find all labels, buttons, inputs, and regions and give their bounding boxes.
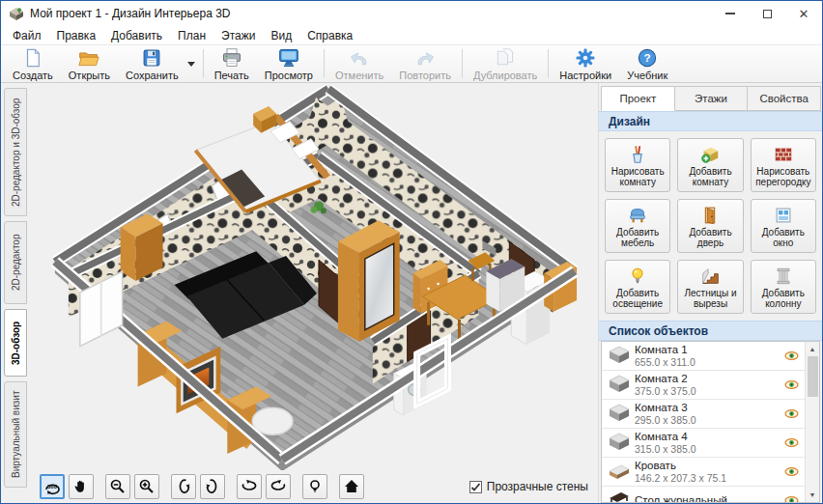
check-icon xyxy=(470,482,481,492)
object-list-scrollbar[interactable]: ▲ ▼ xyxy=(805,342,819,502)
object-dims: 375.0 x 375.0 xyxy=(635,386,780,398)
add-window-icon xyxy=(773,204,794,227)
eye-icon xyxy=(784,437,799,448)
scroll-up-arrow[interactable]: ▲ xyxy=(806,342,820,356)
visibility-eye-button[interactable] xyxy=(780,437,803,448)
room-icon xyxy=(608,373,635,398)
mirror-wardrobe[interactable] xyxy=(338,220,400,341)
pouf[interactable] xyxy=(252,407,293,434)
zoom-out-button[interactable] xyxy=(105,474,130,499)
rotate-360-icon: 360 xyxy=(43,478,61,495)
settings-button[interactable]: Настройки xyxy=(552,46,619,81)
object-dims: 655.0 x 311.0 xyxy=(635,357,780,369)
transparent-walls-toggle[interactable]: Прозрачные стены xyxy=(469,480,588,493)
tab-floors[interactable]: Этажи xyxy=(674,86,749,111)
object-row-room1[interactable]: Комната 1655.0 x 311.0 xyxy=(602,342,805,371)
pan-button[interactable] xyxy=(69,474,94,499)
close-button[interactable]: ✕ xyxy=(785,1,822,26)
preview-button[interactable]: Просмотр xyxy=(257,46,321,81)
duplicate-icon xyxy=(494,47,517,69)
tab-properties[interactable]: Свойства xyxy=(747,86,821,111)
menu-help[interactable]: Справка xyxy=(299,27,360,44)
visibility-eye-button[interactable] xyxy=(780,466,803,477)
save-dropdown-arrow[interactable] xyxy=(186,46,200,81)
tab-2d-editor[interactable]: 2D-редактор xyxy=(4,221,27,304)
menu-floors[interactable]: Этажи xyxy=(213,27,263,44)
object-name: Комната 2 xyxy=(635,373,780,386)
app-logo-icon xyxy=(9,6,24,21)
tab-2d-and-3d[interactable]: 2D-редактор и 3D-обзор xyxy=(4,88,27,216)
object-row-bed[interactable]: Кровать146.2 x 207.3 x 75.1 xyxy=(602,458,805,487)
add-column-icon xyxy=(773,265,794,288)
orbit-cw-icon xyxy=(270,478,287,495)
menu-add[interactable]: Добавить xyxy=(103,27,170,44)
object-row-coffee-table[interactable]: Стол журнальный xyxy=(602,487,805,502)
transparent-walls-checkbox[interactable] xyxy=(469,481,482,493)
menu-file[interactable]: Файл xyxy=(5,27,49,44)
visibility-eye-button[interactable] xyxy=(780,350,803,361)
rotate-ccw-button[interactable] xyxy=(171,474,196,499)
maximize-button[interactable] xyxy=(749,1,785,26)
object-row-room3[interactable]: Комната 3295.0 x 385.0 xyxy=(602,400,805,429)
home-icon xyxy=(343,478,360,495)
viewport-area: 360 xyxy=(30,83,598,503)
rotate-360-button[interactable]: 360 xyxy=(40,474,65,499)
zoom-in-button[interactable] xyxy=(134,474,159,499)
orbit-ccw-button[interactable] xyxy=(237,474,262,499)
save-floppy-icon xyxy=(141,47,162,69)
orbit-cw-button[interactable] xyxy=(266,474,291,499)
stairs-cutouts-button[interactable]: Лестницы и вырезы xyxy=(677,260,743,314)
visibility-eye-button[interactable] xyxy=(780,408,803,419)
undo-button[interactable]: Отменить xyxy=(327,46,391,81)
menu-plan[interactable]: План xyxy=(170,27,213,44)
menu-edit[interactable]: Правка xyxy=(49,27,104,44)
3d-viewport[interactable] xyxy=(30,83,598,470)
undo-icon xyxy=(348,47,371,69)
add-door-button[interactable]: Добавить дверь xyxy=(677,199,743,253)
add-furniture-button[interactable]: Добавить мебель xyxy=(605,199,670,253)
visibility-eye-button[interactable] xyxy=(780,495,803,502)
close-icon: ✕ xyxy=(799,8,809,20)
design-section-header: Дизайн xyxy=(599,111,822,131)
tab-project[interactable]: Проект xyxy=(601,86,675,111)
tutorial-button[interactable]: ? Учебник xyxy=(619,46,675,81)
menu-view[interactable]: Вид xyxy=(263,27,299,44)
add-room-button[interactable]: Добавить комнату xyxy=(677,138,743,192)
rotate-cw-icon xyxy=(204,478,221,495)
eye-icon xyxy=(784,408,799,419)
orbit-ccw-icon xyxy=(241,478,258,495)
object-row-room2[interactable]: Комната 2375.0 x 375.0 xyxy=(602,371,805,400)
add-window-button[interactable]: Добавить окно xyxy=(751,199,816,253)
print-icon xyxy=(220,47,243,69)
print-button[interactable]: Печать xyxy=(207,46,257,81)
lighting-button[interactable] xyxy=(302,474,327,499)
svg-text:360: 360 xyxy=(47,484,58,490)
draw-room-button[interactable]: Нарисовать комнату xyxy=(605,138,670,192)
add-column-button[interactable]: Добавить колонну xyxy=(751,260,816,314)
object-dims: 146.2 x 207.3 x 75.1 xyxy=(635,473,780,485)
scrollbar-thumb[interactable] xyxy=(808,356,818,397)
save-project-button[interactable]: Сохранить xyxy=(118,46,186,81)
home-view-button[interactable] xyxy=(339,474,364,499)
open-project-button[interactable]: Открыть xyxy=(61,46,118,81)
rotate-cw-button[interactable] xyxy=(200,474,225,499)
eye-icon xyxy=(784,495,799,502)
object-row-room4[interactable]: Комната 4315.0 x 385.0 xyxy=(602,429,805,458)
zoom-in-icon xyxy=(138,478,156,495)
draw-partition-button[interactable]: Нарисовать перегородку xyxy=(751,138,816,192)
eye-icon xyxy=(784,379,799,390)
add-light-button[interactable]: Добавить освещение xyxy=(605,260,670,314)
scroll-down-arrow[interactable]: ▼ xyxy=(806,488,820,502)
wardrobe-mirror xyxy=(365,243,394,330)
view-mode-tabs: 2D-редактор и 3D-обзор 2D-редактор 3D-об… xyxy=(1,83,30,503)
tab-virtual-visit[interactable]: Виртуальный визит xyxy=(4,381,27,488)
duplicate-button[interactable]: Дублировать xyxy=(466,46,545,81)
redo-button[interactable]: Повторить xyxy=(391,46,459,81)
new-project-button[interactable]: Создать xyxy=(5,46,61,81)
light-bulb-icon xyxy=(306,478,324,495)
minimize-button[interactable] xyxy=(712,1,749,26)
tab-3d-view[interactable]: 3D-обзор xyxy=(4,309,27,377)
main-toolbar: Создать Открыть Сохранить Печать Просмот… xyxy=(1,44,822,83)
room-icon xyxy=(608,431,635,456)
visibility-eye-button[interactable] xyxy=(780,379,803,390)
